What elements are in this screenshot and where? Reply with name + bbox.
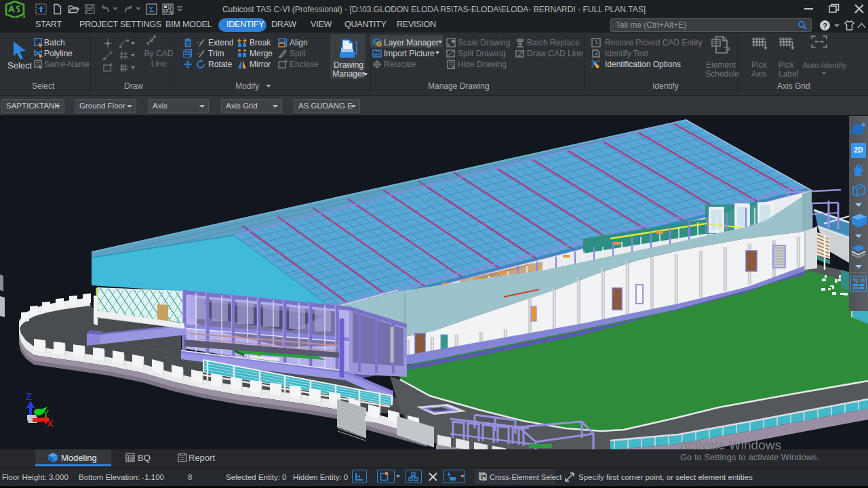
svg-text:Y: Y bbox=[43, 408, 50, 419]
svg-text:Activate Windows: Activate Windows bbox=[679, 438, 781, 449]
svg-text:A: A bbox=[595, 51, 599, 57]
svg-text:?: ? bbox=[823, 22, 827, 30]
svg-text:X: X bbox=[47, 418, 54, 429]
svg-text:Z: Z bbox=[26, 390, 32, 402]
